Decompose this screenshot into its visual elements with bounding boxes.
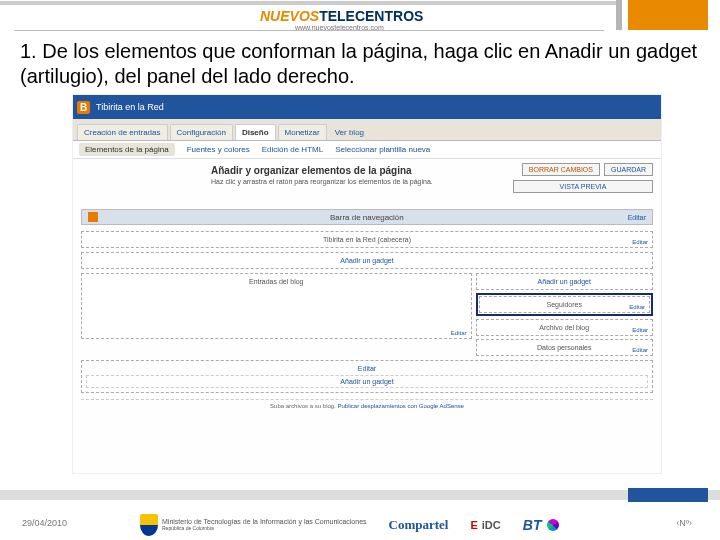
archivo-label: Archivo del blog (539, 324, 589, 331)
header-block[interactable]: Tibirita en la Red (cabecera) Editar (81, 231, 653, 248)
add-gadget-footer[interactable]: Añadir un gadget (86, 375, 648, 388)
datos-label: Datos personales (537, 344, 591, 351)
entries-label: Entradas del blog (249, 278, 303, 285)
footer-date: 29/04/2010 (22, 518, 67, 528)
blogger-screenshot: B Tibirita en la Red Creación de entrada… (72, 94, 662, 474)
favicon-icon (88, 212, 98, 222)
navbar-label: Barra de navegación (106, 213, 628, 222)
blogger-header: B Tibirita en la Red (73, 95, 661, 119)
main-tabs: Creación de entradas Configuración Diseñ… (73, 119, 661, 141)
top-decor (0, 0, 720, 6)
seguidores-block[interactable]: Seguidores Editar (479, 296, 651, 313)
subtab-html[interactable]: Edición de HTML (262, 145, 323, 154)
footer-logos: Ministerio de Tecnologías de la Informac… (140, 514, 559, 536)
slide-title: 1. De los elementos que conforman la pág… (20, 39, 700, 89)
slide: NUEVOSTELECENTROS www.nuevostelecentros.… (0, 0, 720, 540)
panel-actions: BORRAR CAMBIOS GUARDAR VISTA PREVIA (503, 163, 653, 193)
blogger-icon: B (77, 101, 90, 114)
add-gadget-side[interactable]: Añadir un gadget (476, 273, 654, 290)
fine-print: Suba archivos a su blog. Publicar despla… (81, 399, 653, 409)
seguidores-label: Seguidores (547, 301, 582, 308)
tab-monetize[interactable]: Monetizar (278, 124, 327, 140)
subtab-fonts[interactable]: Fuentes y colores (187, 145, 250, 154)
layout-panel: Añadir y organizar elementos de la págin… (73, 159, 661, 469)
compartel-logo: Compartel (389, 517, 449, 533)
archivo-edit[interactable]: Editar (632, 327, 648, 333)
view-blog-link[interactable]: Ver blog (329, 125, 370, 140)
footer-page-number: ‹Nº› (676, 518, 692, 528)
entries-edit-link[interactable]: Editar (451, 330, 467, 336)
discard-button[interactable]: BORRAR CAMBIOS (522, 163, 600, 176)
datos-edit[interactable]: Editar (632, 347, 648, 353)
blog-title: Tibirita en la Red (96, 102, 164, 112)
subtab-elements[interactable]: Elementos de la página (79, 143, 175, 156)
header-label: Tibirita en la Red (cabecera) (323, 236, 411, 243)
slide-footer: 29/04/2010 ‹Nº› Ministerio de Tecnología… (0, 490, 720, 540)
footer-block[interactable]: Editar Añadir un gadget (81, 360, 653, 393)
adsense-link[interactable]: Publicar desplazamientos con Google AdSe… (337, 403, 463, 409)
ministerio-logo: Ministerio de Tecnologías de la Informac… (140, 514, 367, 536)
sub-tabs: Elementos de la página Fuentes y colores… (73, 141, 661, 159)
archivo-block[interactable]: Archivo del blog Editar (476, 319, 654, 336)
tab-design[interactable]: Diseño (235, 124, 276, 140)
tab-config[interactable]: Configuración (170, 124, 233, 140)
tab-entries[interactable]: Creación de entradas (77, 124, 168, 140)
navbar-edit-link[interactable]: Editar (628, 214, 646, 221)
add-gadget-top[interactable]: Añadir un gadget (81, 252, 653, 269)
datos-block[interactable]: Datos personales Editar (476, 339, 654, 356)
navbar-block[interactable]: Barra de navegación Editar (81, 209, 653, 225)
brand-logo: NUEVOSTELECENTROS (260, 8, 423, 24)
subtab-template[interactable]: Seleccionar plantilla nueva (335, 145, 430, 154)
footer-edit-link[interactable]: Editar (86, 365, 648, 372)
seguidores-edit[interactable]: Editar (629, 304, 645, 310)
header-edit-link[interactable]: Editar (632, 239, 648, 245)
save-button[interactable]: GUARDAR (604, 163, 653, 176)
preview-button[interactable]: VISTA PREVIA (513, 180, 653, 193)
highlight-box: Seguidores Editar (476, 293, 654, 316)
entries-block[interactable]: Entradas del blog Editar (81, 273, 472, 339)
bt-logo: BT (523, 517, 560, 533)
bt-ring-icon (547, 519, 559, 531)
eidc-logo: EiDC (470, 519, 500, 531)
shield-icon (140, 514, 158, 536)
layout-area: Barra de navegación Editar Tibirita en l… (81, 209, 653, 409)
